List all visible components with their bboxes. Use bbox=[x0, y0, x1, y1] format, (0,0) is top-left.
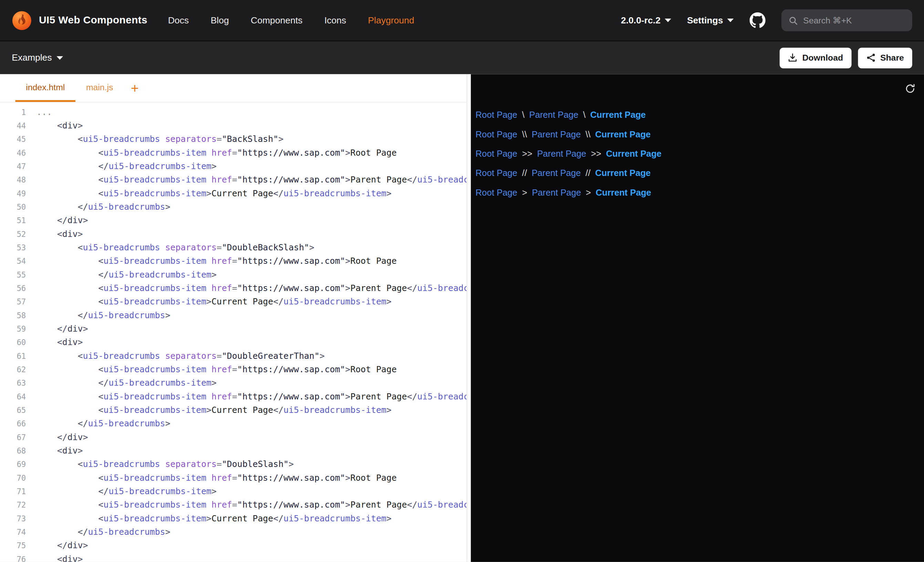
code-line[interactable]: 69 <ui5-breadcrumbs separators="DoubleSl… bbox=[0, 458, 467, 471]
code-line[interactable]: 57 <ui5-breadcrumbs-item>Current Page</u… bbox=[0, 295, 467, 309]
refresh-button[interactable] bbox=[905, 82, 916, 94]
code-content[interactable]: <ui5-breadcrumbs-item href="https://www.… bbox=[26, 255, 396, 268]
panel-splitter[interactable] bbox=[467, 74, 471, 562]
breadcrumb-link[interactable]: Root Page bbox=[476, 168, 517, 178]
breadcrumb-link[interactable]: Root Page bbox=[476, 129, 517, 139]
code-line[interactable]: 64 <ui5-breadcrumbs-item href="https://w… bbox=[0, 390, 467, 403]
breadcrumb-link[interactable]: Root Page bbox=[476, 187, 517, 197]
code-line[interactable]: 70 <ui5-breadcrumbs-item href="https://w… bbox=[0, 471, 467, 484]
code-line[interactable]: 62 <ui5-breadcrumbs-item href="https://w… bbox=[0, 363, 467, 376]
examples-menu[interactable]: Examples bbox=[12, 52, 63, 63]
code-content[interactable]: </ui5-breadcrumbs-item> bbox=[26, 268, 216, 281]
breadcrumb-link[interactable]: Parent Page bbox=[532, 129, 581, 139]
breadcrumb-link[interactable]: Root Page bbox=[476, 109, 517, 120]
code-line[interactable]: 75 </div> bbox=[0, 539, 467, 552]
nav-link-components[interactable]: Components bbox=[251, 15, 303, 26]
tab-index.html[interactable]: index.html bbox=[15, 74, 75, 102]
download-button[interactable]: Download bbox=[780, 48, 851, 68]
code-content[interactable]: <ui5-breadcrumbs-item href="https://www.… bbox=[26, 146, 396, 159]
code-content[interactable]: </div> bbox=[26, 430, 88, 444]
code-content[interactable]: <ui5-breadcrumbs-item>Current Page</ui5-… bbox=[26, 403, 392, 417]
code-line[interactable]: 74 </ui5-breadcrumbs> bbox=[0, 526, 467, 539]
code-line[interactable]: 61 <ui5-breadcrumbs separators="DoubleGr… bbox=[0, 349, 467, 363]
code-content[interactable]: <div> bbox=[26, 444, 82, 458]
version-menu[interactable]: 2.0.0-rc.2 bbox=[621, 15, 671, 26]
code-content[interactable]: <ui5-breadcrumbs separators="DoubleBackS… bbox=[26, 241, 314, 255]
breadcrumb-link[interactable]: Parent Page bbox=[537, 148, 586, 159]
code-line[interactable]: 67 </div> bbox=[0, 430, 467, 444]
code-content[interactable]: <ui5-breadcrumbs separators="BackSlash"> bbox=[26, 133, 284, 146]
code-line[interactable]: 76 <div> bbox=[0, 552, 467, 562]
code-content[interactable]: </ui5-breadcrumbs-item> bbox=[26, 376, 216, 390]
code-line[interactable]: 66 </ui5-breadcrumbs> bbox=[0, 417, 467, 430]
tab-main.js[interactable]: main.js bbox=[75, 74, 124, 102]
code-content[interactable]: <ui5-breadcrumbs-item href="https://www.… bbox=[26, 173, 466, 187]
code-line[interactable]: 63 </ui5-breadcrumbs-item> bbox=[0, 376, 467, 390]
settings-menu[interactable]: Settings bbox=[687, 15, 734, 26]
code-line[interactable]: 71 </ui5-breadcrumbs-item> bbox=[0, 485, 467, 498]
code-line[interactable]: 60 <div> bbox=[0, 336, 467, 349]
breadcrumb-link[interactable]: Root Page bbox=[476, 148, 517, 159]
nav-link-playground[interactable]: Playground bbox=[368, 15, 414, 26]
code-content[interactable]: <ui5-breadcrumbs-item href="https://www.… bbox=[26, 471, 396, 484]
code-line[interactable]: 65 <ui5-breadcrumbs-item>Current Page</u… bbox=[0, 403, 467, 417]
code-line[interactable]: 48 <ui5-breadcrumbs-item href="https://w… bbox=[0, 173, 467, 187]
code-line[interactable]: 51 </div> bbox=[0, 214, 467, 227]
code-line[interactable]: 73 <ui5-breadcrumbs-item>Current Page</u… bbox=[0, 512, 467, 525]
code-content[interactable]: <ui5-breadcrumbs separators="DoubleSlash… bbox=[26, 458, 294, 471]
code-content[interactable]: </div> bbox=[26, 322, 88, 336]
code-line[interactable]: 46 <ui5-breadcrumbs-item href="https://w… bbox=[0, 146, 467, 159]
code-content[interactable]: </ui5-breadcrumbs> bbox=[26, 201, 170, 214]
code-content[interactable]: </ui5-breadcrumbs-item> bbox=[26, 485, 216, 498]
code-content[interactable]: <ui5-breadcrumbs-item>Current Page</ui5-… bbox=[26, 295, 392, 309]
breadcrumb-link[interactable]: Parent Page bbox=[529, 109, 579, 120]
code-content[interactable]: </ui5-breadcrumbs> bbox=[26, 309, 170, 322]
breadcrumb-link[interactable]: Parent Page bbox=[532, 187, 581, 197]
code-line[interactable]: 45 <ui5-breadcrumbs separators="BackSlas… bbox=[0, 133, 467, 146]
code-line[interactable]: 47 </ui5-breadcrumbs-item> bbox=[0, 160, 467, 173]
share-button[interactable]: Share bbox=[858, 48, 912, 68]
breadcrumb-link[interactable]: Parent Page bbox=[532, 168, 581, 178]
code-line[interactable]: 56 <ui5-breadcrumbs-item href="https://w… bbox=[0, 282, 467, 295]
code-content[interactable]: </ui5-breadcrumbs> bbox=[26, 526, 170, 539]
code-line[interactable]: 44 <div> bbox=[0, 119, 467, 133]
code-content[interactable]: <div> bbox=[26, 552, 82, 562]
code-content[interactable]: </div> bbox=[26, 539, 88, 552]
github-link[interactable] bbox=[750, 12, 765, 28]
code-line[interactable]: 52 <div> bbox=[0, 227, 467, 241]
code-content[interactable]: <ui5-breadcrumbs-item href="https://www.… bbox=[26, 282, 466, 295]
search-box[interactable] bbox=[782, 9, 912, 31]
code-content[interactable]: </ui5-breadcrumbs> bbox=[26, 417, 170, 430]
code-content[interactable]: <div> bbox=[26, 336, 82, 349]
nav-link-icons[interactable]: Icons bbox=[324, 15, 346, 26]
line-number: 1 bbox=[0, 105, 26, 119]
brand-link[interactable]: UI5 Web Components bbox=[12, 10, 147, 30]
nav-link-blog[interactable]: Blog bbox=[210, 15, 229, 26]
code-content[interactable]: </div> bbox=[26, 214, 88, 227]
code-content[interactable]: <ui5-breadcrumbs-item>Current Page</ui5-… bbox=[26, 187, 392, 200]
code-content[interactable]: <ui5-breadcrumbs-item>Current Page</ui5-… bbox=[26, 512, 392, 525]
new-tab-button[interactable]: + bbox=[124, 74, 146, 102]
code-content[interactable]: <ui5-breadcrumbs-item href="https://www.… bbox=[26, 363, 396, 376]
code-content[interactable]: <div> bbox=[26, 119, 82, 133]
code-line[interactable]: 68 <div> bbox=[0, 444, 467, 458]
code-line[interactable]: 50 </ui5-breadcrumbs> bbox=[0, 201, 467, 214]
code-line[interactable]: 54 <ui5-breadcrumbs-item href="https://w… bbox=[0, 255, 467, 268]
code-line[interactable]: 72 <ui5-breadcrumbs-item href="https://w… bbox=[0, 498, 467, 512]
code-content[interactable]: <ui5-breadcrumbs separators="DoubleGreat… bbox=[26, 349, 324, 363]
nav-link-docs[interactable]: Docs bbox=[168, 15, 189, 26]
code-content[interactable]: <div> bbox=[26, 227, 82, 241]
preview-header bbox=[471, 74, 924, 103]
code-content[interactable]: <ui5-breadcrumbs-item href="https://www.… bbox=[26, 498, 466, 512]
code-line[interactable]: 58 </ui5-breadcrumbs> bbox=[0, 309, 467, 322]
code-content[interactable]: </ui5-breadcrumbs-item> bbox=[26, 160, 216, 173]
code-content[interactable]: ... bbox=[26, 105, 52, 119]
code-line[interactable]: 59 </div> bbox=[0, 322, 467, 336]
code-area[interactable]: 1...44 <div>45 <ui5-breadcrumbs separato… bbox=[0, 103, 467, 562]
code-line[interactable]: 55 </ui5-breadcrumbs-item> bbox=[0, 268, 467, 281]
code-line[interactable]: 1... bbox=[0, 105, 467, 119]
code-content[interactable]: <ui5-breadcrumbs-item href="https://www.… bbox=[26, 390, 466, 403]
search-input[interactable] bbox=[803, 15, 905, 25]
code-line[interactable]: 49 <ui5-breadcrumbs-item>Current Page</u… bbox=[0, 187, 467, 200]
code-line[interactable]: 53 <ui5-breadcrumbs separators="DoubleBa… bbox=[0, 241, 467, 255]
